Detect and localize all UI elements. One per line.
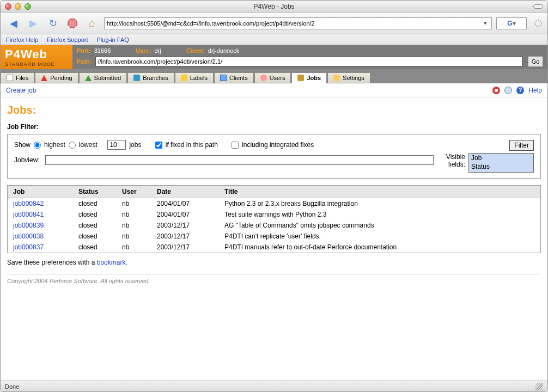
visible-fields-select[interactable]: Job Status bbox=[468, 153, 534, 173]
tab-label: Branches bbox=[143, 75, 168, 81]
highest-label: highest bbox=[44, 141, 65, 149]
tab-label: Jobs bbox=[307, 75, 321, 81]
url-dropdown-icon[interactable]: ▾ bbox=[482, 20, 489, 27]
stop-button[interactable] bbox=[65, 16, 80, 31]
tab-label: Files bbox=[16, 75, 28, 81]
footnote-suffix: . bbox=[125, 259, 127, 266]
job-link[interactable]: job000838 bbox=[13, 232, 44, 240]
submitted-icon bbox=[85, 75, 92, 81]
bookmark-link[interactable]: Plug-in FAQ bbox=[97, 36, 129, 43]
nav-toolbar: ◀ ▶ ↻ ⌂ http://localhost:5505/@md=c&cd=/… bbox=[1, 13, 547, 34]
highest-radio[interactable] bbox=[34, 142, 41, 149]
jobview-label: Jobview: bbox=[14, 156, 40, 164]
traffic-lights bbox=[1, 3, 31, 10]
cell-title: P4DTI manuals refer to out-of-date Perfo… bbox=[224, 243, 535, 251]
logo-sub: STANDARD MODE bbox=[5, 62, 68, 67]
table-row: job000837closednb2003/12/17P4DTI manuals… bbox=[8, 242, 540, 253]
cell-status: closed bbox=[78, 243, 122, 251]
close-window-button[interactable] bbox=[5, 3, 11, 10]
cell-title: AG "Table of Commands" omits jobspec com… bbox=[224, 222, 535, 229]
tab-label: Users bbox=[270, 75, 285, 81]
tab-label: Clients bbox=[229, 75, 248, 81]
including-checkbox[interactable] bbox=[232, 142, 239, 149]
client-label: Client: bbox=[186, 47, 205, 54]
job-link[interactable]: job000837 bbox=[13, 243, 44, 251]
url-bar[interactable]: http://localhost:5505/@md=c&cd=//info.ra… bbox=[104, 17, 492, 29]
cell-date: 2003/12/17 bbox=[157, 232, 224, 240]
clients-icon bbox=[220, 75, 227, 81]
zoom-window-button[interactable] bbox=[25, 3, 31, 10]
help-link[interactable]: Help bbox=[528, 87, 542, 94]
help-icon[interactable]: ? bbox=[516, 87, 524, 94]
sub-toolbar: Create job ? Help bbox=[1, 83, 547, 97]
browser-window: P4Web - Jobs ◀ ▶ ↻ ⌂ http://localhost:55… bbox=[0, 0, 548, 392]
save-prefs-note: Save these preferences with a bookmark. bbox=[7, 259, 541, 266]
tab-jobs[interactable]: Jobs bbox=[291, 72, 327, 83]
job-link[interactable]: job000839 bbox=[13, 222, 44, 229]
col-header-job[interactable]: Job bbox=[13, 188, 78, 195]
bookmark-link[interactable]: Firefox Help bbox=[6, 36, 38, 43]
reload-button[interactable]: ↻ bbox=[45, 16, 60, 31]
tab-settings[interactable]: Settings bbox=[327, 72, 370, 83]
bookmark-link[interactable]: Firefox Support bbox=[47, 36, 88, 43]
tab-branches[interactable]: Branches bbox=[127, 72, 174, 83]
lowest-label: lowest bbox=[79, 141, 98, 149]
table-header-row: Job Status User Date Title bbox=[8, 186, 540, 198]
recent-icon[interactable] bbox=[504, 87, 512, 94]
tab-pending[interactable]: Pending bbox=[35, 72, 78, 83]
forward-button[interactable]: ▶ bbox=[26, 16, 41, 31]
col-header-user[interactable]: User bbox=[122, 188, 157, 195]
bookmark-link[interactable]: bookmark bbox=[97, 259, 126, 266]
cell-user: nb bbox=[122, 200, 157, 207]
if-fixed-checkbox[interactable] bbox=[155, 142, 162, 149]
tab-labels[interactable]: Labels bbox=[175, 72, 214, 83]
resize-grip-icon[interactable] bbox=[535, 383, 543, 390]
job-link[interactable]: job000841 bbox=[13, 211, 44, 218]
logo-main: P4Web bbox=[5, 47, 68, 62]
go-button[interactable]: Go bbox=[528, 56, 543, 67]
tab-users[interactable]: Users bbox=[254, 72, 291, 83]
cell-date: 2003/12/17 bbox=[157, 243, 224, 251]
tab-clients[interactable]: Clients bbox=[214, 72, 254, 83]
cancel-icon[interactable] bbox=[492, 87, 500, 94]
job-link[interactable]: job000842 bbox=[13, 200, 44, 207]
count-input[interactable] bbox=[107, 140, 126, 150]
visible-option[interactable]: Status bbox=[469, 162, 533, 171]
cell-user: nb bbox=[122, 232, 157, 240]
filter-button[interactable]: Filter bbox=[509, 140, 534, 151]
cell-title: Test suite warnings with Python 2.3 bbox=[224, 211, 535, 218]
cell-status: closed bbox=[78, 200, 122, 207]
titlebar-pill-icon[interactable] bbox=[533, 4, 543, 9]
p4web-logo[interactable]: P4Web STANDARD MODE bbox=[1, 45, 72, 69]
file-icon bbox=[7, 75, 13, 81]
google-g-icon: G bbox=[507, 20, 512, 27]
col-header-title[interactable]: Title bbox=[224, 188, 535, 195]
minimize-window-button[interactable] bbox=[15, 3, 21, 10]
cell-status: closed bbox=[78, 222, 122, 229]
tab-submitted[interactable]: Submitted bbox=[79, 72, 127, 83]
google-search-box[interactable]: G▾ bbox=[496, 17, 527, 29]
visible-option[interactable]: Job bbox=[469, 154, 533, 162]
tab-label: Submitted bbox=[94, 75, 121, 81]
cell-date: 2004/01/07 bbox=[157, 211, 224, 218]
url-text: http://localhost:5505/@md=c&cd=//info.ra… bbox=[107, 20, 482, 27]
table-row: job000838closednb2003/12/17P4DTI can't r… bbox=[8, 231, 540, 242]
home-button[interactable]: ⌂ bbox=[84, 16, 100, 31]
col-header-date[interactable]: Date bbox=[157, 188, 224, 195]
port-value: 31666 bbox=[94, 47, 111, 54]
footnote-prefix: Save these preferences with a bbox=[7, 259, 97, 266]
back-button[interactable]: ◀ bbox=[6, 16, 21, 31]
cell-status: closed bbox=[78, 232, 122, 240]
user-value: drj bbox=[154, 47, 161, 54]
settings-icon bbox=[333, 75, 340, 81]
path-input[interactable] bbox=[95, 57, 523, 66]
create-job-link[interactable]: Create job bbox=[6, 87, 36, 94]
lowest-radio[interactable] bbox=[69, 142, 76, 149]
col-header-status[interactable]: Status bbox=[78, 188, 122, 195]
titlebar: P4Web - Jobs bbox=[1, 1, 547, 13]
tab-label: Pending bbox=[50, 75, 72, 81]
bookmarks-bar: Firefox Help Firefox Support Plug-in FAQ bbox=[1, 34, 547, 45]
tab-files[interactable]: Files bbox=[1, 72, 34, 83]
cell-user: nb bbox=[122, 243, 157, 251]
jobview-input[interactable] bbox=[45, 155, 434, 165]
